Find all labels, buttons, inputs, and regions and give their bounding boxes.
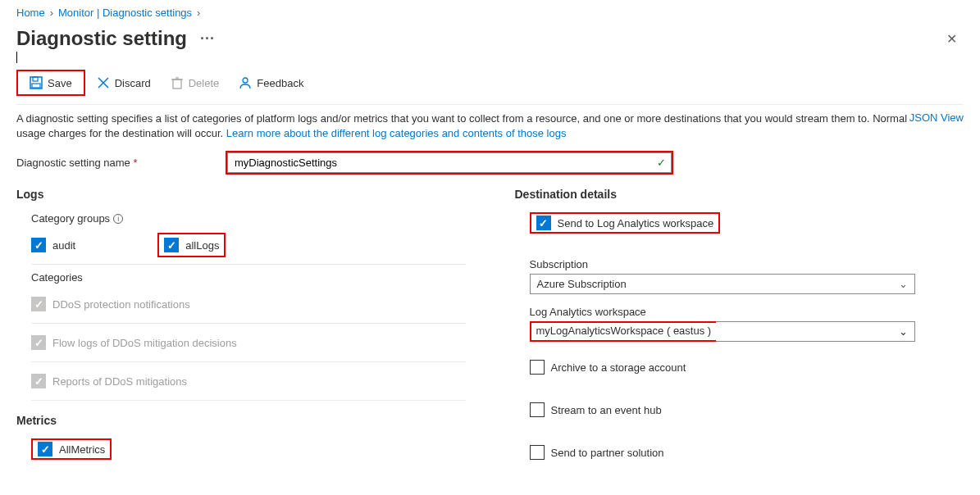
feedback-button[interactable]: Feedback: [230, 73, 312, 93]
ddos-flow-checkbox: [31, 335, 46, 350]
ddos-notify-label: DDoS protection notifications: [52, 298, 190, 311]
partner-label: Send to partner solution: [551, 447, 664, 459]
page-title: Diagnostic setting ···: [16, 27, 215, 50]
person-icon: [239, 76, 252, 89]
svg-rect-2: [32, 84, 40, 88]
archive-checkbox[interactable]: [530, 360, 545, 375]
categories-label: Categories: [16, 271, 466, 284]
stream-label: Stream to an event hub: [551, 404, 662, 416]
subscription-select[interactable]: Azure Subscription ⌄: [530, 274, 915, 294]
alllogs-label: allLogs: [185, 239, 219, 252]
check-icon: ✓: [657, 157, 666, 169]
info-icon[interactable]: i: [113, 214, 123, 224]
partner-checkbox[interactable]: [530, 445, 545, 460]
save-icon: [30, 76, 43, 89]
svg-rect-5: [173, 79, 181, 89]
workspace-label: Log Analytics workspace: [530, 306, 964, 318]
save-button[interactable]: Save: [21, 73, 80, 93]
stream-checkbox[interactable]: [530, 402, 545, 417]
ddos-notify-checkbox: [31, 297, 46, 311]
breadcrumb-home[interactable]: Home: [16, 7, 45, 19]
destination-title: Destination details: [515, 188, 964, 201]
more-icon[interactable]: ···: [200, 30, 215, 48]
breadcrumb-monitor[interactable]: Monitor | Diagnostic settings: [58, 7, 192, 19]
chevron-right-icon: ›: [197, 7, 200, 19]
command-bar: Save Discard Delete Feedback: [16, 70, 964, 96]
diagnostic-name-input[interactable]: ✓: [227, 152, 672, 173]
ddos-reports-label: Reports of DDoS mitigations: [52, 375, 187, 388]
audit-label: audit: [52, 239, 75, 252]
ddos-flow-label: Flow logs of DDoS mitigation decisions: [52, 337, 237, 349]
text-cursor: [16, 52, 17, 63]
archive-label: Archive to a storage account: [551, 361, 686, 374]
chevron-down-icon: ⌄: [899, 278, 908, 290]
delete-button: Delete: [162, 73, 228, 93]
trash-icon: [171, 76, 184, 89]
json-view-link[interactable]: JSON View: [909, 111, 964, 124]
chevron-right-icon: ›: [50, 7, 53, 19]
audit-checkbox[interactable]: [31, 238, 46, 252]
allmetrics-checkbox[interactable]: [38, 442, 52, 456]
subscription-label: Subscription: [530, 258, 964, 270]
metrics-title: Metrics: [16, 414, 466, 427]
close-icon[interactable]: ✕: [940, 28, 964, 50]
breadcrumb: Home › Monitor | Diagnostic settings ›: [16, 7, 964, 19]
close-icon: [97, 76, 110, 89]
chevron-down-icon: ⌄: [899, 325, 908, 338]
alllogs-checkbox[interactable]: [164, 238, 179, 252]
allmetrics-label: AllMetrics: [59, 443, 105, 456]
workspace-select[interactable]: myLogAnalyticsWorkspace ( eastus ) ⌄: [530, 321, 915, 342]
category-groups-label: Category groups i: [16, 212, 466, 225]
send-la-label: Send to Log Analytics workspace: [558, 217, 714, 229]
logs-title: Logs: [16, 188, 466, 201]
svg-point-8: [243, 78, 248, 83]
discard-button[interactable]: Discard: [89, 73, 159, 93]
ddos-reports-checkbox: [31, 374, 46, 388]
description-text: A diagnostic setting specifies a list of…: [16, 111, 918, 141]
name-label: Diagnostic setting name *: [16, 157, 226, 169]
learn-more-link[interactable]: Learn more about the different log categ…: [226, 127, 567, 139]
send-la-checkbox[interactable]: [536, 216, 551, 230]
